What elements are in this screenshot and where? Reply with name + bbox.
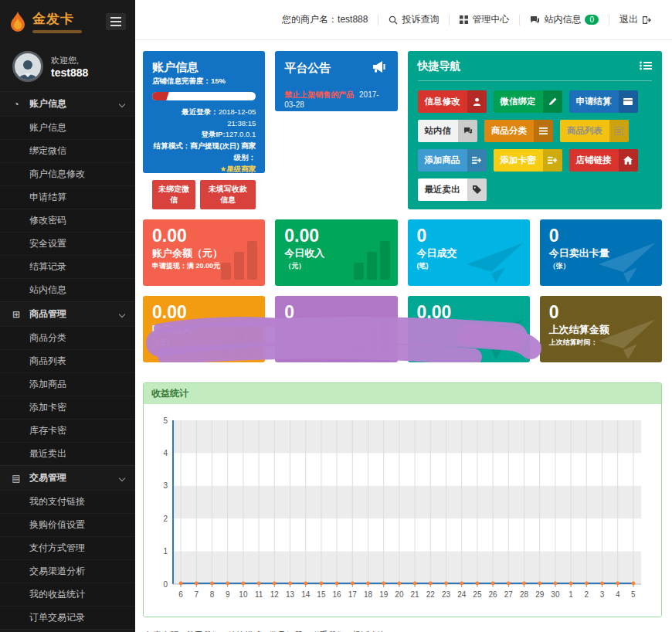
person-icon	[16, 56, 39, 80]
svg-text:27: 27	[504, 590, 514, 599]
paper-plane-icon	[597, 314, 657, 359]
last-login-line: 最近登录：2018-12-05 21:38:15	[152, 107, 256, 129]
sidebar-item[interactable]: 最近卖出	[0, 442, 135, 465]
messages-count-badge: 0	[585, 15, 599, 25]
completeness-text: 店铺信息完善度：15%	[152, 76, 256, 87]
svg-text:1: 1	[163, 547, 168, 556]
brand-name: 金发卡	[32, 10, 82, 28]
sidebar-item[interactable]: 商品分类	[0, 326, 135, 349]
sidebar-item[interactable]: 账户信息	[0, 116, 135, 139]
content: 账户信息 店铺信息完善度：15% 最近登录：2018-12-05 21:38:1…	[135, 40, 672, 632]
complaint-query-link[interactable]: 投诉查询	[378, 13, 449, 26]
sidebar-menu: ◔账户信息账户信息绑定微信商户信息修改申请结算修改密码安全设置结算记录站内信息⊞…	[0, 91, 135, 632]
sidebar-item[interactable]: 交易渠道分析	[0, 559, 135, 583]
sidebar-section-0[interactable]: ◔账户信息	[0, 91, 135, 116]
bar-chart-icon	[221, 318, 257, 356]
svg-text:2: 2	[585, 590, 589, 599]
account-info-card: 账户信息 店铺信息完善度：15% 最近登录：2018-12-05 21:38:1…	[143, 51, 265, 173]
add-list-icon	[467, 149, 487, 172]
logout-link[interactable]: 退出	[609, 13, 661, 26]
svg-text:20: 20	[395, 590, 404, 599]
quick-nav-add-product-button[interactable]: 添加商品	[418, 149, 487, 172]
quick-nav-product-list-button[interactable]: 商品列表	[560, 120, 629, 142]
main-area: 您的商户名：test888 投诉查询 管理中心 站内信息 0 退出	[135, 0, 672, 632]
gauge-icon: ◔	[11, 99, 22, 110]
sidebar-section-2[interactable]: ▤交易管理	[0, 465, 135, 490]
admin-center-link[interactable]: 管理中心	[450, 13, 519, 26]
svg-text:6: 6	[178, 590, 183, 599]
tag-icon	[467, 178, 487, 201]
sidebar-item[interactable]: 商品列表	[0, 349, 135, 372]
svg-text:22: 22	[426, 590, 436, 599]
avatar	[12, 51, 43, 82]
topbar: 您的商户名：test888 投诉查询 管理中心 站内信息 0 退出	[135, 0, 672, 40]
sidebar-item[interactable]: 结算记录	[0, 255, 135, 278]
home-icon	[619, 149, 638, 172]
svg-text:2: 2	[163, 515, 168, 523]
sidebar-item[interactable]: 我的收益统计	[0, 583, 135, 606]
announcement-card: 平台公告 禁止上架销售的产品 2017-03-28	[275, 51, 397, 111]
stat-tile: 0.00 昨日收入 （元）	[143, 296, 265, 362]
brand-area: 金发卡	[0, 0, 135, 43]
paper-plane-icon	[597, 238, 657, 283]
user-panel: 欢迎您, test888	[0, 43, 135, 91]
announcement-link[interactable]: 禁止上架销售的产品	[284, 90, 354, 99]
quick-nav-info-edit-button[interactable]: 信息修改	[418, 90, 487, 113]
svg-text:5: 5	[163, 416, 168, 425]
sidebar-item[interactable]: 申请结算	[0, 185, 135, 209]
logout-icon	[642, 15, 651, 25]
announcement-title: 平台公告	[284, 61, 331, 76]
sidebar-item[interactable]: 添加卡密	[0, 396, 135, 419]
payee-info-warning-button[interactable]: 未填写收款信息	[200, 180, 256, 209]
sidebar-item[interactable]: 修改密码	[0, 209, 135, 232]
welcome-text: 欢迎您,	[51, 55, 88, 66]
stat-tiles-area: 0.00 账户余额（元） 申请提现：满 20.00元 0.00 今日收入 （元）…	[143, 219, 662, 362]
svg-text:7: 7	[195, 590, 199, 599]
svg-text:21: 21	[411, 590, 420, 599]
quick-nav-apply-settlement-button[interactable]: 申请结算	[569, 90, 638, 113]
svg-text:4: 4	[616, 590, 620, 599]
megaphone-icon	[372, 60, 389, 76]
sidebar-item[interactable]: 换购价值设置	[0, 513, 135, 536]
pencil-icon	[543, 90, 562, 113]
svg-text:23: 23	[442, 590, 451, 599]
sidebar-item[interactable]: 添加商品	[0, 372, 135, 396]
bar-chart-icon	[354, 241, 390, 280]
stat-tile: 0 上次结算金额 上次结算时间：	[540, 296, 662, 362]
sidebar-section-1[interactable]: ⊞商品管理	[0, 301, 135, 326]
login-ip-line: 登录IP:127.0.0.1	[152, 129, 256, 141]
merchant-name: 您的商户名：test888	[272, 13, 378, 26]
sidebar-item[interactable]: 库存卡密	[0, 419, 135, 442]
list-icon	[534, 120, 553, 142]
merchant-level-line: ★星级商家	[152, 164, 256, 175]
quick-nav-wechat-bind-button[interactable]: 微信绑定	[494, 90, 562, 113]
sidebar-item[interactable]: 商户信息修改	[0, 162, 135, 185]
sidebar-item[interactable]: 我的支付链接	[0, 490, 135, 513]
star-icon: ★	[220, 165, 227, 173]
svg-text:4: 4	[163, 449, 168, 457]
chat-icon	[458, 120, 477, 142]
svg-text:13: 13	[286, 590, 295, 599]
sidebar-item[interactable]: 安全设置	[0, 232, 135, 255]
quick-nav-site-message-button[interactable]: 站内信	[418, 120, 478, 142]
sidebar-item[interactable]: 支付方式管理	[0, 536, 135, 559]
svg-text:30: 30	[551, 590, 560, 599]
quick-nav-recent-sold-button[interactable]: 最近卖出	[418, 178, 487, 201]
sidebar-toggle-button[interactable]	[106, 13, 126, 30]
bind-wechat-warning-button[interactable]: 未绑定微信	[152, 180, 195, 209]
paper-plane-icon	[465, 238, 525, 283]
quick-nav-add-card-key-button[interactable]: 添加卡密	[494, 149, 562, 172]
sidebar-section-3[interactable]: ✉商家助手	[0, 629, 135, 632]
quick-nav-card: 快捷导航 信息修改 微信绑定 申请结算	[408, 51, 663, 209]
site-messages-link[interactable]: 站内信息 0	[520, 13, 609, 26]
quick-nav-product-category-button[interactable]: 商品分类	[484, 120, 553, 142]
add-list-icon	[543, 149, 562, 172]
sidebar-item[interactable]: 订单交易记录	[0, 606, 135, 629]
list-box-icon: ▤	[11, 473, 22, 484]
sidebar-item[interactable]: 站内信息	[0, 278, 135, 301]
quick-nav-shop-link-button[interactable]: 店铺链接	[569, 149, 638, 172]
stat-tile: 0.00	[408, 296, 530, 362]
quick-nav-title: 快捷导航	[418, 59, 461, 73]
svg-text:17: 17	[348, 590, 358, 599]
sidebar-item[interactable]: 绑定微信	[0, 139, 135, 162]
